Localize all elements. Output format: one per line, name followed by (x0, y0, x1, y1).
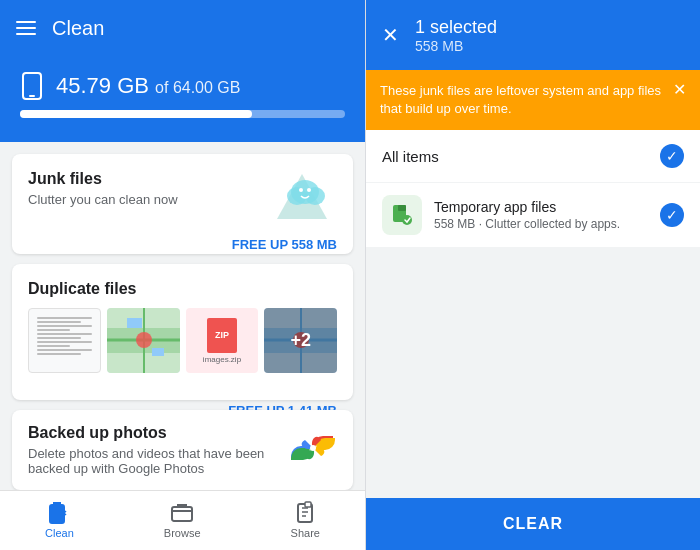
svg-rect-2 (28, 72, 36, 74)
junk-files-card[interactable]: Junk files Clutter you can clean now (12, 154, 353, 254)
nav-browse[interactable]: Browse (144, 497, 221, 548)
selected-title: 1 selected (415, 17, 684, 38)
zip-icon: ZIP (207, 318, 237, 353)
all-items-label: All items (382, 148, 439, 165)
thumb-document (28, 308, 101, 373)
svg-rect-24 (172, 507, 192, 521)
right-header-text: 1 selected 558 MB (415, 17, 684, 54)
google-photos-icon (289, 424, 337, 472)
svg-rect-28 (398, 205, 406, 211)
svg-point-13 (136, 332, 152, 348)
storage-section: 45.79 GB of 64.00 GB (0, 56, 365, 142)
all-items-check: ✓ (660, 144, 684, 168)
clean-nav-icon (47, 501, 71, 525)
file-icon-box (382, 195, 422, 235)
svg-rect-23 (50, 505, 64, 523)
duplicate-thumbnails: ZIP images.zip +2 (28, 308, 337, 373)
menu-button[interactable] (16, 21, 36, 35)
backed-text: Backed up photos Delete photos and video… (28, 424, 279, 476)
close-button[interactable]: ✕ (382, 25, 399, 45)
right-content-area: All items ✓ Temporary app files 558 MB ·… (366, 130, 700, 498)
plus-count: +2 (264, 308, 337, 373)
phone-icon (20, 72, 44, 100)
nav-clean[interactable]: Clean (25, 497, 94, 548)
nav-share-label: Share (291, 527, 320, 539)
svg-rect-14 (127, 318, 142, 328)
app-files-icon (390, 203, 414, 227)
thumb-map1 (107, 308, 180, 373)
share-nav-icon (293, 501, 317, 525)
svg-point-29 (402, 215, 412, 225)
nav-clean-label: Clean (45, 527, 74, 539)
svg-point-7 (299, 188, 303, 192)
backed-subtitle: Delete photos and videos that have been … (28, 446, 279, 476)
storage-total: of 64.00 GB (155, 79, 240, 96)
svg-point-8 (307, 188, 311, 192)
thumb-zip: ZIP images.zip (186, 308, 259, 373)
junk-illustration (267, 164, 337, 224)
right-header: ✕ 1 selected 558 MB (366, 0, 700, 70)
cards-area: Junk files Clutter you can clean now (0, 142, 365, 490)
backed-title: Backed up photos (28, 424, 279, 442)
svg-rect-26 (305, 502, 311, 507)
thumb-map2: +2 (264, 308, 337, 373)
browse-nav-icon (170, 501, 194, 525)
nav-share[interactable]: Share (271, 497, 340, 548)
storage-bar-fill (20, 110, 252, 118)
file-info: Temporary app files 558 MB · Clutter col… (434, 199, 648, 231)
all-items-row[interactable]: All items ✓ (366, 130, 700, 182)
file-name: Temporary app files (434, 199, 648, 215)
selected-size: 558 MB (415, 38, 684, 54)
storage-bar-bg (20, 110, 345, 118)
file-item-row[interactable]: Temporary app files 558 MB · Clutter col… (366, 183, 700, 247)
backed-photos-card[interactable]: Backed up photos Delete photos and video… (12, 410, 353, 490)
storage-info: 45.79 GB of 64.00 GB (20, 72, 345, 100)
left-panel: Clean 45.79 GB of 64.00 GB Junk files Cl… (0, 0, 365, 550)
storage-used: 45.79 GB of 64.00 GB (56, 73, 240, 99)
svg-rect-1 (29, 95, 35, 97)
duplicate-files-card[interactable]: Duplicate files (12, 264, 353, 400)
duplicate-title: Duplicate files (28, 280, 337, 298)
zip-label: images.zip (203, 355, 241, 364)
right-panel: ✕ 1 selected 558 MB These junk files are… (365, 0, 700, 550)
app-title: Clean (52, 17, 104, 40)
clear-button[interactable]: CLEAR (366, 498, 700, 550)
svg-point-22 (310, 445, 316, 451)
warning-text: These junk files are leftover system and… (380, 82, 665, 118)
nav-browse-label: Browse (164, 527, 201, 539)
bottom-nav: Clean Browse Share (0, 490, 365, 550)
file-meta: 558 MB · Clutter collected by apps. (434, 217, 648, 231)
warning-banner: These junk files are leftover system and… (366, 70, 700, 130)
warning-close-button[interactable]: ✕ (673, 82, 686, 98)
svg-point-5 (287, 187, 307, 205)
svg-rect-15 (152, 348, 164, 356)
junk-cta[interactable]: FREE UP 558 MB (28, 237, 337, 252)
left-header: Clean (0, 0, 365, 56)
file-check: ✓ (660, 203, 684, 227)
